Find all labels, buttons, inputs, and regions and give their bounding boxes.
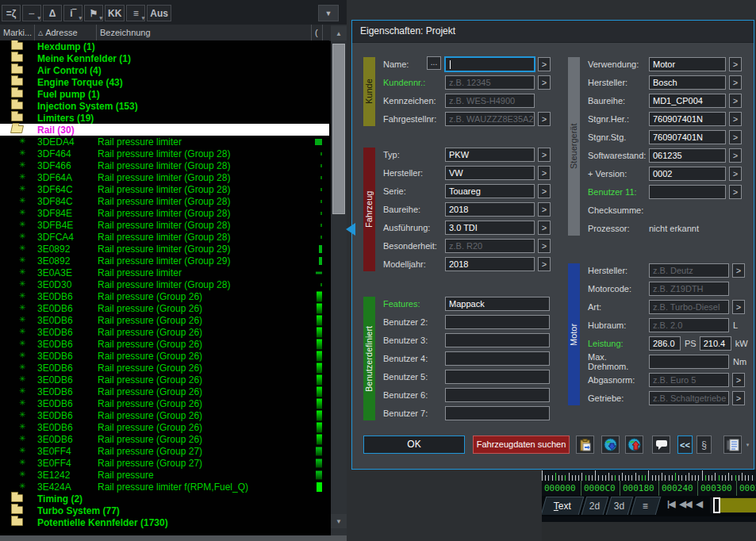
hex-tab-text[interactable]: Text xyxy=(542,497,584,515)
sg-hersteller-field[interactable]: Bosch xyxy=(649,75,726,90)
tree-folder-row[interactable]: Injection System (153) xyxy=(0,100,329,112)
tree-item-row[interactable]: ✳3E0DB6Rail pressure (Group 26) xyxy=(0,350,329,362)
toolbar-dropdown-button[interactable]: ▼ xyxy=(318,5,339,21)
hex-hscrollbar-thumb[interactable] xyxy=(713,497,720,513)
notes-dropdown-button[interactable]: ▾ xyxy=(743,437,752,452)
tree-item-row[interactable]: ✳3E0DB6Rail pressure (Group 26) xyxy=(0,397,329,409)
tree-item-row[interactable]: ✳3DF84CRail pressure limiter (Group 28) xyxy=(0,195,329,207)
tree-folder-row[interactable]: Engine Torque (43) xyxy=(0,76,329,88)
splitter-arrow-icon[interactable] xyxy=(346,223,355,236)
fz-baureihe-field[interactable]: 2018 xyxy=(445,202,535,217)
benutzer5-field[interactable] xyxy=(445,370,550,384)
leistung-field-2[interactable]: 210.4 xyxy=(700,336,731,351)
tree-item-row[interactable]: ✳3DFCA4Rail pressure limiter (Group 28) xyxy=(0,231,329,243)
tree-item-row[interactable]: ✳3E0DB6Rail pressure (Group 26) xyxy=(0,362,329,374)
sg-hersteller-more-button[interactable]: > xyxy=(729,75,742,90)
tree-item-row[interactable]: ✳3E0892Rail pressure limiter (Group 29) xyxy=(0,255,329,267)
list-lines-button[interactable]: ≡▾ xyxy=(126,5,145,21)
kennzeichen-field[interactable]: z.B. WES-H4900 xyxy=(445,94,535,108)
sg-baureihe-field[interactable]: MD1_CP004 xyxy=(649,94,726,108)
fz-hersteller-field[interactable]: VW xyxy=(445,166,535,180)
upload-online-data-button[interactable] xyxy=(625,435,643,454)
tree-item-row[interactable]: ✳3E0DB6Rail pressure (Group 26) xyxy=(0,421,329,433)
column-header-adresse[interactable]: △ Adresse xyxy=(35,25,97,40)
hex-tab-3d[interactable]: 3d xyxy=(606,497,634,515)
go-first-button[interactable]: |◀ xyxy=(667,499,675,509)
benutzer2-field[interactable] xyxy=(445,315,550,329)
fahrgestellnr-field[interactable]: z.B. WAUZZZ8E35A235 xyxy=(445,112,535,126)
serie-field[interactable]: Touareg xyxy=(445,184,535,198)
tree-item-row[interactable]: ✳3E0DB6Rail pressure (Group 26) xyxy=(0,326,329,338)
softwarestand-more-button[interactable]: > xyxy=(729,148,742,163)
abgasnorm-field[interactable]: z.B. Euro 5 xyxy=(649,373,729,387)
hex-hscrollbar[interactable] xyxy=(710,497,756,513)
tree-item-row[interactable]: ✳3E0DB6Rail pressure (Group 26) xyxy=(0,314,329,326)
version-more-button[interactable]: > xyxy=(729,167,742,181)
ausfuehrung-field[interactable]: 3.0 TDI xyxy=(445,221,535,235)
leistung-field-1[interactable]: 286.0 xyxy=(649,336,681,351)
kk-button[interactable]: KK xyxy=(105,5,125,21)
tree-item-row[interactable]: ✳3DF84ERail pressure limiter (Group 28) xyxy=(0,207,329,219)
tree-item-row[interactable]: ✳3E0DB6Rail pressure (Group 26) xyxy=(0,338,329,350)
tree-item-row[interactable]: ✳3DF466Rail pressure limiter (Group 28) xyxy=(0,159,329,171)
paste-button[interactable] xyxy=(576,435,594,454)
tree-folder-row[interactable]: Meine Kennfelder (1) xyxy=(0,52,329,64)
tree-folder-row[interactable]: Fuel pump (1) xyxy=(0,88,329,100)
column-header-markierung[interactable]: Marki... xyxy=(0,25,35,40)
collapse-dialog-button[interactable]: << xyxy=(677,435,693,454)
download-online-data-button[interactable] xyxy=(601,435,620,454)
paragraph-button[interactable]: § xyxy=(697,435,712,454)
tree-item-row[interactable]: ✳3DF464Rail pressure limiter (Group 28) xyxy=(0,148,329,159)
stgnr-stg-field[interactable]: 760907401N xyxy=(649,130,726,144)
hex-tab-2d[interactable]: 2d xyxy=(581,497,609,515)
tree-item-row[interactable]: ✳3E0FF4Rail pressure (Group 27) xyxy=(0,445,329,457)
kundennr-more-button[interactable]: > xyxy=(538,75,551,90)
fahrgestellnr-more-button[interactable]: > xyxy=(538,112,551,126)
kundennr-field[interactable]: z.B. 12345 xyxy=(445,75,535,90)
verwendung-field[interactable]: Motor xyxy=(649,57,726,71)
comment-button[interactable] xyxy=(652,435,670,454)
stgnr-stg-more-button[interactable]: > xyxy=(729,130,742,144)
benutzer3-field[interactable] xyxy=(445,333,550,347)
features-field[interactable]: Mappack xyxy=(445,297,550,311)
benutzer6-field[interactable] xyxy=(445,388,550,402)
name-field[interactable] xyxy=(445,57,535,71)
name-more-button[interactable]: > xyxy=(538,57,551,71)
tree-folder-row[interactable]: Rail (30) xyxy=(0,124,329,136)
tree-item-row[interactable]: ✳3E0FF4Rail pressure (Group 27) xyxy=(0,457,329,469)
tree-item-row[interactable]: ✳3E0892Rail pressure limiter (Group 29) xyxy=(0,243,329,255)
tree-vscrollbar-thumb[interactable] xyxy=(332,44,345,214)
verwendung-more-button[interactable]: > xyxy=(729,57,742,71)
art-field[interactable]: z.B. Turbo-Diesel xyxy=(649,300,729,314)
tree-item-row[interactable]: ✳3E0DB6Rail pressure (Group 26) xyxy=(0,290,329,302)
version-field[interactable]: 0002 xyxy=(649,167,726,181)
delta-button[interactable]: Δ xyxy=(43,5,62,21)
tree-item-row[interactable]: ✳3DEDA4Rail pressure limiter xyxy=(0,136,329,148)
fz-hersteller-more-button[interactable]: > xyxy=(538,166,551,180)
serie-more-button[interactable]: > xyxy=(538,184,551,198)
stgnr-her-field[interactable]: 760907401N xyxy=(649,112,726,126)
mo-hersteller-more-button[interactable]: > xyxy=(732,263,745,278)
fahrzeugdaten-suchen-button[interactable]: Fahrzeugdaten suchen xyxy=(473,435,570,454)
tree-item-row[interactable]: ✳3E0DB6Rail pressure (Group 26) xyxy=(0,409,329,421)
hex-tab-≡[interactable]: ≡ xyxy=(631,497,662,515)
ausfuehrung-more-button[interactable]: > xyxy=(538,221,551,235)
tree-item-row[interactable]: ✳3E0D30Rail pressure limiter (Group 28) xyxy=(0,278,329,290)
signature-button[interactable]: =ζ xyxy=(2,5,21,21)
flag-button[interactable]: ⚑▾ xyxy=(84,5,103,21)
max-drehmom-field[interactable] xyxy=(649,355,729,369)
sg-baureihe-more-button[interactable]: > xyxy=(729,94,742,108)
getriebe-field[interactable]: z.B. Schaltgetriebe xyxy=(649,391,729,405)
tree-folder-row[interactable]: Potentielle Kennfelder (1730) xyxy=(0,516,329,528)
comb-button[interactable]: ▪▪▪▪▾ xyxy=(22,5,41,21)
tree-item-row[interactable]: ✳3E0DB6Rail pressure (Group 26) xyxy=(0,433,329,445)
axis-info-button[interactable]: i‾▾ xyxy=(63,5,83,21)
tree-item-row[interactable]: ✳3E0A3ERail pressure limiter xyxy=(0,267,329,278)
benutzer4-field[interactable] xyxy=(445,351,550,366)
abgasnorm-more-button[interactable]: > xyxy=(732,373,745,387)
hubraum-field[interactable]: z.B. 2.0 xyxy=(649,318,729,332)
modelljahr-field[interactable]: 2018 xyxy=(445,257,535,271)
motorcode-field[interactable]: z.B. Z19DTH xyxy=(649,282,729,296)
tree-folder-row[interactable]: Turbo System (77) xyxy=(0,505,329,516)
go-fast-back-button[interactable]: ◀◀ xyxy=(680,499,692,509)
